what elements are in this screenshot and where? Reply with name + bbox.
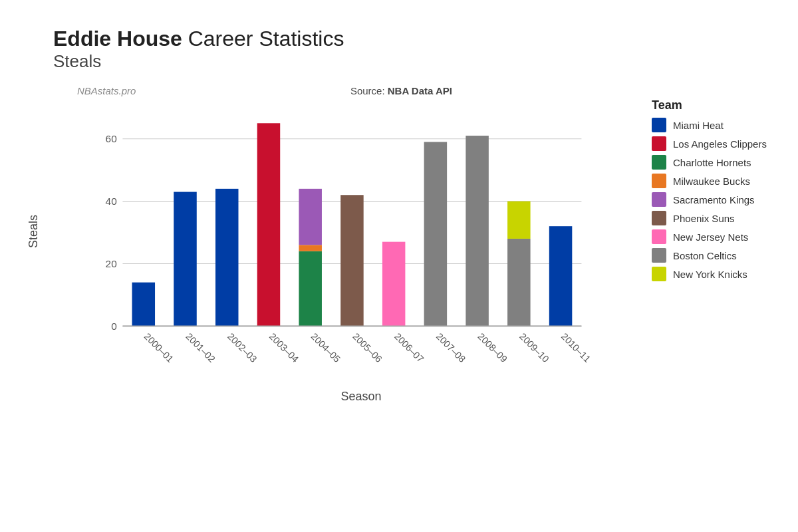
legend-item: New York Knicks	[652, 267, 785, 281]
legend-item: Miami Heat	[652, 118, 785, 132]
legend-label: Milwaukee Bucks	[673, 176, 750, 187]
legend-label: New York Knicks	[673, 269, 747, 280]
legend-swatch	[652, 248, 666, 263]
svg-text:2002–03: 2002–03	[225, 331, 259, 365]
svg-rect-12	[215, 189, 239, 327]
svg-rect-18	[299, 189, 322, 245]
svg-text:2005–06: 2005–06	[350, 331, 384, 365]
legend-swatch	[652, 192, 666, 207]
legend-item: Boston Celtics	[652, 248, 785, 263]
svg-rect-14	[257, 123, 280, 326]
plot-area: NBAstats.pro Source: NBA Data API 020406…	[44, 78, 638, 398]
svg-text:2008–09: 2008–09	[475, 331, 509, 365]
legend-swatch	[652, 155, 666, 170]
legend-label: New Jersey Nets	[673, 231, 748, 243]
chart-container: Eddie House Career Statistics Steals Ste…	[0, 0, 798, 532]
svg-text:40: 40	[106, 196, 117, 207]
main-title: Eddie House Career Statistics	[53, 27, 785, 51]
watermark: NBAstats.pro	[77, 85, 136, 96]
svg-rect-29	[507, 201, 531, 239]
legend-item: New Jersey Nets	[652, 229, 785, 244]
legend-swatch	[652, 136, 666, 151]
title-area: Eddie House Career Statistics Steals	[53, 27, 785, 72]
x-axis-label: Season	[84, 390, 638, 404]
legend-swatch	[652, 211, 666, 225]
svg-text:60: 60	[106, 133, 117, 144]
legend-label: Boston Celtics	[673, 250, 737, 261]
svg-text:2004–05: 2004–05	[309, 331, 343, 365]
legend-item: Sacramento Kings	[652, 192, 785, 207]
svg-text:0: 0	[111, 321, 117, 332]
svg-text:2006–07: 2006–07	[392, 331, 426, 365]
legend-label: Sacramento Kings	[673, 194, 755, 205]
legend: Team Miami HeatLos Angeles ClippersCharl…	[638, 78, 785, 398]
source-text: Source: NBA Data API	[350, 85, 452, 96]
chart-svg: 02040602000–012001–022002–032003–042004–…	[44, 78, 638, 384]
svg-rect-24	[424, 142, 448, 326]
chart-area: Steals NBAstats.pro Source: NBA Data API…	[27, 78, 785, 398]
svg-rect-10	[174, 192, 197, 327]
svg-rect-26	[466, 136, 489, 326]
legend-label: Charlotte Hornets	[673, 157, 751, 168]
legend-item: Milwaukee Bucks	[652, 174, 785, 188]
legend-item: Charlotte Hornets	[652, 155, 785, 170]
legend-swatch	[652, 174, 666, 188]
legend-items: Miami HeatLos Angeles ClippersCharlotte …	[652, 118, 785, 281]
svg-text:2007–08: 2007–08	[434, 331, 468, 365]
svg-rect-8	[132, 283, 156, 327]
svg-text:2000–01: 2000–01	[142, 331, 176, 365]
legend-item: Los Angeles Clippers	[652, 136, 785, 151]
svg-rect-28	[507, 239, 531, 326]
svg-text:20: 20	[106, 258, 117, 269]
svg-rect-16	[299, 251, 322, 327]
sub-title: Steals	[53, 51, 785, 72]
svg-rect-17	[299, 245, 322, 251]
title-normal: Career Statistics	[182, 27, 344, 51]
legend-label: Miami Heat	[673, 120, 724, 131]
legend-item: Phoenix Suns	[652, 211, 785, 225]
legend-swatch	[652, 267, 666, 281]
legend-label: Los Angeles Clippers	[673, 138, 767, 150]
legend-swatch	[652, 229, 666, 244]
svg-text:2001–02: 2001–02	[184, 331, 217, 365]
svg-rect-31	[549, 226, 573, 326]
legend-swatch	[652, 118, 666, 132]
svg-text:2003–04: 2003–04	[267, 331, 301, 365]
svg-text:2009–10: 2009–10	[517, 331, 551, 365]
svg-rect-22	[382, 242, 406, 327]
legend-title: Team	[652, 98, 785, 112]
svg-text:2010–11: 2010–11	[559, 331, 593, 365]
title-bold: Eddie House	[53, 27, 182, 51]
plot-and-legend: NBAstats.pro Source: NBA Data API 020406…	[44, 78, 785, 398]
svg-rect-20	[340, 195, 364, 326]
legend-label: Phoenix Suns	[673, 213, 735, 224]
y-axis-label: Steals	[27, 78, 41, 384]
